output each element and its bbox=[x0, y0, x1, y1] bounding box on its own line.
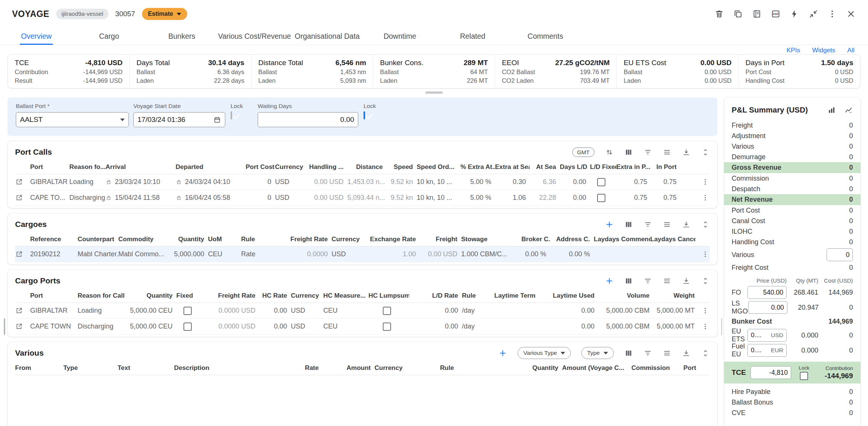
export-pdf-icon[interactable] bbox=[771, 9, 781, 19]
cell-hc-rate[interactable]: 0.00 bbox=[259, 323, 291, 330]
cell-port[interactable]: GIBRALTAR bbox=[30, 307, 78, 315]
cell-extra-at-sea[interactable]: 1.06 bbox=[495, 194, 530, 202]
cell-quantity[interactable]: 5,000.00 CEU bbox=[129, 323, 176, 330]
collapse-section-icon[interactable] bbox=[701, 220, 710, 229]
cell-currency[interactable]: USD bbox=[291, 323, 323, 330]
cell-extra-in-port[interactable]: 0.75 bbox=[616, 194, 651, 202]
tab-related[interactable]: Related bbox=[436, 28, 509, 45]
cell-speed[interactable]: 9.52 kn bbox=[387, 194, 417, 202]
eu-ets-price-input[interactable]: 0....USD bbox=[747, 329, 787, 342]
delete-icon[interactable] bbox=[714, 9, 724, 19]
cell-volume[interactable]: 5,000.00 CBM bbox=[598, 307, 653, 315]
cell-currency[interactable]: USD bbox=[291, 307, 323, 315]
cell-arrival[interactable]: 23/03/24 10:10 bbox=[105, 178, 176, 186]
cell-departed[interactable]: 24/03/24 04:10 bbox=[176, 178, 246, 186]
actions-bolt-icon[interactable] bbox=[790, 9, 799, 19]
cell-freight[interactable]: 0.00 USD bbox=[420, 250, 461, 258]
row-menu-icon[interactable] bbox=[701, 323, 710, 330]
cell-currency[interactable]: USD bbox=[275, 194, 305, 202]
cell-address-c[interactable]: 0.00 % bbox=[550, 250, 594, 258]
cell-distance[interactable]: 5,093.44 n... bbox=[347, 194, 387, 202]
cell-quantity[interactable]: 5,000.000 bbox=[173, 250, 208, 258]
copy-icon[interactable] bbox=[733, 9, 743, 19]
estimate-button[interactable]: Estimate bbox=[142, 8, 188, 20]
cell-arrival[interactable]: 15/04/24 11:58 bbox=[105, 194, 176, 202]
line-chart-icon[interactable] bbox=[844, 106, 853, 114]
cell-port[interactable]: CAPE TOWN bbox=[30, 323, 78, 330]
fixed-checkbox[interactable] bbox=[183, 307, 192, 315]
cell-reason[interactable]: Loading bbox=[78, 307, 129, 315]
cell-currency[interactable]: USD bbox=[275, 178, 305, 186]
filter-icon[interactable] bbox=[643, 148, 652, 157]
cell-extra-at-sea[interactable]: 0.30 bbox=[495, 178, 530, 186]
cell-freight-rate[interactable]: 0.0000 bbox=[290, 250, 332, 258]
cell-reference[interactable]: 20190212 bbox=[30, 250, 78, 258]
filter-icon[interactable] bbox=[643, 220, 652, 229]
cell-days-ld[interactable]: 0.00 bbox=[560, 194, 590, 202]
ballast-port-select[interactable]: AALST bbox=[16, 112, 129, 127]
rows-density-icon[interactable] bbox=[663, 349, 671, 358]
port-call-row[interactable]: CAPE TO... Discharging 15/04/24 11:58 16… bbox=[15, 190, 710, 206]
cell-reason[interactable]: Discharging bbox=[69, 194, 105, 202]
timezone-badge[interactable]: GMT bbox=[572, 148, 594, 157]
cell-port[interactable]: GIBRALTAR bbox=[30, 178, 69, 186]
view-link-widgets[interactable]: Widgets bbox=[812, 47, 835, 54]
open-row-icon[interactable] bbox=[15, 194, 23, 202]
filter-icon[interactable] bbox=[643, 277, 652, 285]
cell-speed-ordered[interactable]: 10 kn, 10 ... bbox=[417, 194, 460, 202]
cell-laytime-used[interactable]: 0.00 bbox=[543, 307, 598, 315]
rows-density-icon[interactable] bbox=[663, 220, 671, 229]
tab-overview[interactable]: Overview bbox=[0, 28, 73, 45]
cell-handling[interactable]: 0.00 USD bbox=[305, 194, 347, 202]
various-amount-input[interactable] bbox=[827, 248, 853, 261]
open-row-icon[interactable] bbox=[15, 307, 23, 315]
fixed-checkbox[interactable] bbox=[183, 323, 192, 331]
tab-cargo[interactable]: Cargo bbox=[73, 28, 145, 45]
cell-departed[interactable]: 16/04/24 05:58 bbox=[176, 194, 246, 202]
rows-density-icon[interactable] bbox=[663, 148, 671, 157]
cell-speed-ordered[interactable]: 10 kn, 10 ... bbox=[417, 178, 460, 186]
tce-input[interactable] bbox=[750, 366, 791, 379]
cell-laytime-used[interactable]: 0.00 bbox=[543, 323, 598, 330]
cell-rule[interactable]: Rate bbox=[241, 250, 290, 258]
cell-reason[interactable]: Discharging bbox=[78, 323, 129, 330]
cell-reason[interactable]: Loading bbox=[69, 178, 105, 186]
cell-handling[interactable]: 0.00 USD bbox=[305, 178, 347, 186]
fuel-eu-price-input[interactable]: 0....EUR bbox=[747, 344, 787, 357]
tab-comments[interactable]: Comments bbox=[509, 28, 582, 45]
row-menu-icon[interactable] bbox=[701, 194, 710, 202]
journal-icon[interactable] bbox=[752, 9, 762, 19]
cell-counterpart[interactable]: Mabl Charter... bbox=[78, 250, 118, 258]
cell-at-sea[interactable]: 6.36 bbox=[530, 178, 560, 186]
cell-weight[interactable]: 5,000.00 MT bbox=[653, 307, 698, 315]
hc-lumpsum-checkbox[interactable] bbox=[383, 323, 391, 331]
bar-chart-icon[interactable] bbox=[827, 106, 836, 114]
voyage-start-date-input[interactable]: 17/03/24 01:36 bbox=[133, 112, 225, 127]
collapse-window-icon[interactable] bbox=[808, 9, 818, 19]
cell-pct-extra-at-sea[interactable]: 5.00 % bbox=[460, 178, 495, 186]
cell-ld-rate[interactable]: 0.00 bbox=[409, 307, 462, 315]
row-menu-icon[interactable] bbox=[701, 178, 710, 186]
cell-freight-rate[interactable]: 0.0000 USD bbox=[203, 323, 259, 330]
row-menu-icon[interactable] bbox=[701, 250, 710, 258]
cell-pct-extra-at-sea[interactable]: 5.00 % bbox=[460, 194, 495, 202]
add-cargo-port-icon[interactable] bbox=[605, 277, 614, 285]
open-row-icon[interactable] bbox=[15, 250, 23, 258]
cell-in-port[interactable]: 0.75 bbox=[651, 178, 680, 186]
cell-ld-rate[interactable]: 0.00 bbox=[409, 323, 462, 330]
download-icon[interactable] bbox=[682, 349, 691, 358]
cargo-row[interactable]: 20190212 Mabl Charter... Mabl Commo... 5… bbox=[15, 246, 710, 262]
collapse-section-icon[interactable] bbox=[701, 148, 710, 157]
ld-fixed-checkbox[interactable] bbox=[597, 178, 605, 186]
cell-hc-measure[interactable]: CEU bbox=[323, 307, 368, 315]
various-type-filter[interactable]: Various Type bbox=[518, 347, 571, 359]
cell-commodity[interactable]: Mabl Commo... bbox=[118, 250, 173, 258]
cell-uom[interactable]: CEU bbox=[208, 250, 241, 258]
cell-speed[interactable]: 9.52 kn bbox=[387, 178, 417, 186]
view-link-all[interactable]: All bbox=[847, 47, 854, 54]
tab-organisational-data[interactable]: Organisational Data bbox=[291, 28, 364, 45]
collapse-section-icon[interactable] bbox=[701, 349, 710, 358]
cell-in-port[interactable]: 0.75 bbox=[651, 194, 680, 202]
cell-port-cost[interactable]: 0 bbox=[246, 178, 275, 186]
kpi-drag-handle[interactable] bbox=[425, 91, 443, 94]
